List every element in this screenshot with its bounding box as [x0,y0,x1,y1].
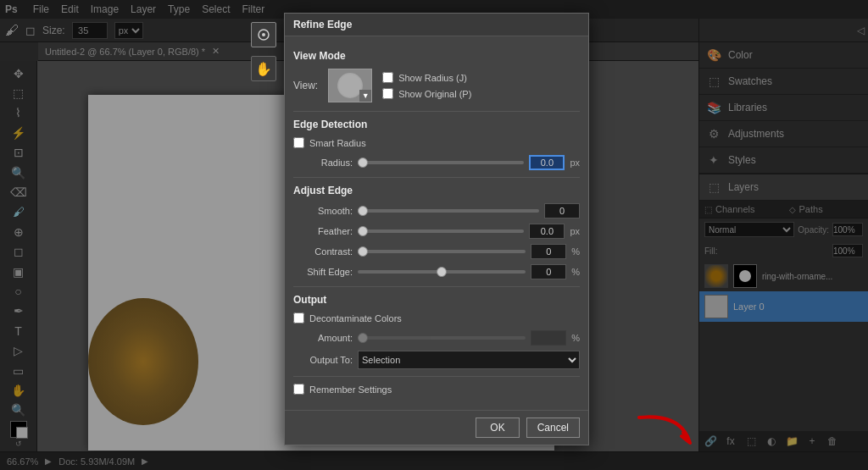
tool-text[interactable]: T [8,322,29,340]
add-mask-btn[interactable]: ⬚ [743,434,759,449]
left-toolbar: ✥ ⬚ ⌇ ⚡ ⊡ 🔍 ⌫ 🖌 ⊕ ◻ ▣ ○ ✒ T ▷ ▭ ✋ 🔍 ↺ [0,61,37,451]
smooth-slider[interactable] [358,209,539,213]
panel-item-libraries[interactable]: 📚 Libraries [699,95,868,121]
menu-file[interactable]: File [33,3,49,15]
smart-radius-item: Smart Radius [293,137,580,148]
divider-2 [293,177,580,178]
tool-crop[interactable]: ⊡ [8,144,29,162]
add-group-btn[interactable]: 📁 [784,434,799,449]
view-dropdown-btn[interactable]: ▼ [359,90,371,102]
show-radius-item: Show Radius (J) [382,72,471,83]
tool-move[interactable]: ✥ [8,64,29,82]
tool-select-rect[interactable]: ⬚ [8,84,29,102]
menu-image[interactable]: Image [91,3,119,15]
panel-item-styles[interactable]: ✦ Styles [699,147,868,174]
tool-gradient[interactable]: ▣ [8,263,29,280]
smooth-input[interactable] [544,203,580,218]
cancel-button[interactable]: Cancel [526,417,580,438]
contrast-row: Contrast: % [293,244,580,259]
shift-edge-thumb [437,267,447,277]
size-input[interactable] [72,22,108,39]
link-layers-btn[interactable]: 🔗 [703,434,718,449]
remember-checkbox[interactable] [293,384,304,395]
delete-layer-btn[interactable]: 🗑 [825,434,840,449]
divider-4 [293,376,580,377]
output-to-row: Output To: Selection Layer Mask New Laye… [293,351,580,369]
doc-close[interactable]: ✕ [212,46,220,57]
opacity-input[interactable] [832,223,863,236]
contrast-input[interactable] [531,244,566,259]
tool-hand[interactable]: ✋ [8,381,29,399]
panel-item-color[interactable]: 🎨 Color [699,42,868,69]
feather-input[interactable] [529,224,565,239]
layer-row-0[interactable]: ring-with-orname... [699,261,868,291]
layer-row-1[interactable]: Layer 0 [699,291,868,322]
tool-dodge[interactable]: ○ [8,282,29,300]
tool-clone[interactable]: ⊕ [8,223,29,241]
fill-input[interactable] [832,244,863,257]
tool-shape[interactable]: ▭ [8,362,29,379]
size-unit-select[interactable]: px [114,22,143,39]
fill-label: Fill: [704,246,718,256]
blend-mode-select[interactable]: Normal [704,222,794,237]
output-to-select[interactable]: Selection Layer Mask New Layer New Layer… [358,351,580,369]
dialog-header: Refine Edge [285,14,588,36]
channels-tab-label: Channels [715,204,754,214]
tool-lasso[interactable]: ⌇ [8,104,29,122]
radius-input[interactable] [529,155,565,170]
dialog-body: View Mode View: ▼ Show Radius (J) Show O… [285,36,588,410]
divider-3 [293,286,580,287]
tool-pen[interactable]: ✒ [8,302,29,320]
tool-eraser[interactable]: ◻ [8,243,29,261]
tool-path-select[interactable]: ▷ [8,341,29,359]
divider-1 [293,111,580,112]
panel-collapse-icon[interactable]: ◁ [857,25,865,36]
menu-layer[interactable]: Layer [131,3,156,15]
layers-header[interactable]: ⬚ Layers [699,174,868,201]
edge-refine-tool[interactable] [251,22,276,47]
view-preview: ▼ [328,69,372,102]
panel-item-swatches[interactable]: ⬚ Swatches [699,69,868,95]
channels-tab[interactable]: ⬚ Channels [699,201,784,218]
paths-tab-icon: ◇ [789,205,796,214]
tool-wand[interactable]: ⚡ [8,124,29,141]
menu-select[interactable]: Select [202,3,230,15]
panel-color-label: Color [728,49,753,61]
show-radius-label: Show Radius (J) [398,73,467,83]
ok-button[interactable]: OK [476,417,519,438]
contrast-label: Contrast: [293,246,353,257]
tool-icon-brush: 🖌 [5,23,19,38]
styles-icon: ✦ [706,152,721,168]
radius-slider[interactable] [358,161,524,164]
expand-arrow[interactable]: ▶ [142,456,148,466]
feather-slider[interactable] [358,229,524,233]
shift-edge-slider[interactable] [358,270,526,274]
tool-eyedropper[interactable]: 🔍 [8,163,29,181]
show-original-checkbox[interactable] [382,88,393,99]
ornament-image [88,298,198,425]
smart-radius-checkbox[interactable] [293,137,304,148]
add-style-btn[interactable]: fx [723,434,738,449]
panel-item-adjustments[interactable]: ⚙ Adjustments [699,121,868,147]
decontaminate-checkbox[interactable] [293,312,304,323]
menu-edit[interactable]: Edit [61,3,79,15]
expand-icon[interactable]: ▶ [45,456,52,466]
svg-point-1 [262,33,265,36]
shift-edge-input[interactable] [531,264,566,279]
layer-thumb-1 [704,295,728,318]
edge-hand-tool[interactable]: ✋ [251,56,276,81]
menu-type[interactable]: Type [168,3,190,15]
tool-patch[interactable]: ⌫ [8,183,29,201]
dialog-footer: OK Cancel [285,410,588,445]
add-adjustment-btn[interactable]: ◐ [764,434,779,449]
menu-filter[interactable]: Filter [242,3,264,15]
contrast-slider[interactable] [358,250,526,253]
right-panel: ◁ 🎨 Color ⬚ Swatches 📚 Libraries ⚙ Adjus… [698,19,868,451]
paths-tab[interactable]: ◇ Paths [784,201,869,218]
tool-zoom[interactable]: 🔍 [8,401,29,419]
show-radius-checkbox[interactable] [382,72,393,83]
tool-brush[interactable]: 🖌 [8,203,29,221]
dialog-title: Refine Edge [293,19,352,30]
add-layer-btn[interactable]: + [804,434,820,449]
status-bar: 66.67% ▶ Doc: 5.93M/4.09M ▶ [0,451,868,470]
